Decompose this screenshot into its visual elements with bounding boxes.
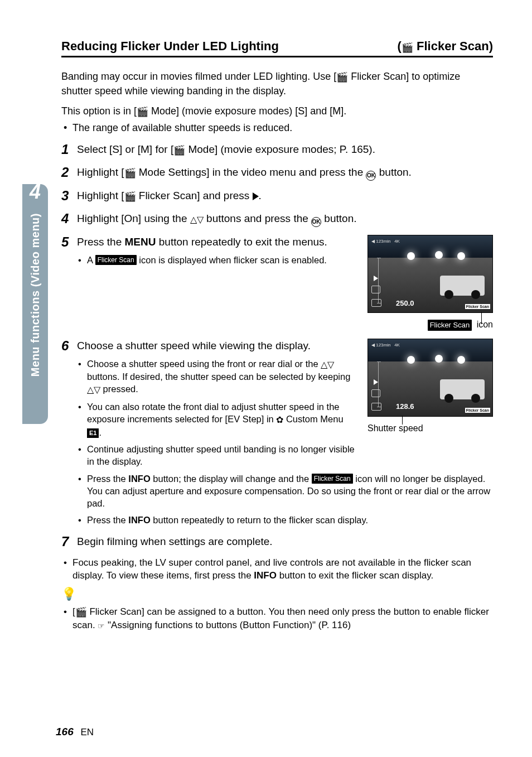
up-down-icon: △▽ <box>190 214 204 226</box>
text: Flicker Scan] and press <box>136 190 253 201</box>
text: button to exit the flicker scan display. <box>277 570 433 581</box>
screenshot-preview: ◀ 123min 4K 250.0 Flicker Scan <box>367 235 493 313</box>
step-body: Press the MENU button repeatedly to exit… <box>77 235 493 331</box>
text: buttons and press the <box>204 213 311 224</box>
text: Press the <box>87 515 128 525</box>
step6-sub5: Press the INFO button repeatedly to retu… <box>77 514 493 526</box>
step-3: 3 Highlight [🎬 Flicker Scan] and press . <box>61 189 493 204</box>
flicker-scan-label-icon: Flicker Scan <box>95 255 137 265</box>
step5-text: Press the MENU button repeatedly to exit… <box>77 235 356 266</box>
text: "Assigning functions to buttons (Button … <box>105 620 351 630</box>
heading-left: Reducing Flicker Under LED Lighting <box>61 39 279 54</box>
step-2: 2 Highlight [🎬 Mode Settings] in the vid… <box>61 165 493 181</box>
ok-icon: OK <box>366 171 376 181</box>
thumbnail-2: ◀ 123min 4K 128.6 Flicker Scan Shutter s… <box>367 339 493 435</box>
right-icon <box>253 192 259 200</box>
text: button. <box>376 166 411 178</box>
heading-paren-open: ( <box>398 39 402 53</box>
text: Highlight [ <box>77 190 124 201</box>
flicker-scan-badge: Flicker Scan <box>465 304 490 309</box>
movie-icon: 🎬 <box>402 42 413 54</box>
step-1: 1 Select [S] or [M] for [🎬 Mode] (movie … <box>61 142 493 157</box>
step-number: 4 <box>61 211 77 227</box>
text: Mode] (movie exposure modes; P. 165). <box>185 143 375 155</box>
text: Banding may occur in movies filmed under… <box>61 71 336 82</box>
step-number: 2 <box>61 165 77 181</box>
gear-icon: ✿ <box>276 414 283 426</box>
step-body: Select [S] or [M] for [🎬 Mode] (movie ex… <box>77 142 493 157</box>
note-bullet: Focus peaking, the LV super control pane… <box>61 557 493 582</box>
text: Highlight [On] using the <box>77 213 190 224</box>
up-down-icon: △▽ <box>87 384 100 396</box>
step6-sub1: Choose a shutter speed using the front o… <box>77 358 356 396</box>
menu-label: MENU <box>125 236 156 248</box>
step6-sub4: Press the INFO button; the display will … <box>77 472 493 510</box>
step-number: 1 <box>61 142 77 157</box>
text: Select [S] or [M] for [ <box>77 143 173 155</box>
text: button; the display will change and the <box>151 474 312 484</box>
tip-icon: 💡 <box>61 586 493 602</box>
text: A <box>87 255 95 265</box>
text: Highlight [ <box>77 166 124 178</box>
step5-sub1: A Flicker Scan icon is displayed when fl… <box>77 254 356 266</box>
step-4: 4 Highlight [On] using the △▽ buttons an… <box>61 211 493 227</box>
page-footer: 166 EN <box>56 726 94 738</box>
step-body: Highlight [🎬 Mode Settings] in the video… <box>77 165 493 181</box>
shutter-value: 128.6 <box>396 402 414 412</box>
text: Custom Menu <box>283 414 343 424</box>
side-tab-number: 4 <box>23 180 47 204</box>
info-label: INFO <box>128 515 150 525</box>
body: Banding may occur in movies filmed under… <box>61 70 493 632</box>
step-number: 5 <box>61 235 77 331</box>
step-number: 3 <box>61 189 77 204</box>
text: buttons. If desired, the shutter speed c… <box>87 372 350 382</box>
shutter-value: 250.0 <box>396 298 414 308</box>
text: Mode] (movie exposure modes) [S] and [M]… <box>148 105 346 117</box>
page: Menu functions (Video menu) 4 Reducing F… <box>0 0 532 757</box>
step-body: Begin filming when settings are complete… <box>77 534 493 549</box>
movie-icon: 🎬 <box>75 606 87 619</box>
up-down-icon: △▽ <box>321 359 334 371</box>
page-lang: EN <box>80 727 94 737</box>
step6-sub3: Continue adjusting shutter speed until b… <box>77 443 356 468</box>
text: This option is in [ <box>61 105 137 117</box>
section-heading: Reducing Flicker Under LED Lighting (🎬 F… <box>61 39 493 57</box>
step6-main: Choose a shutter speed while viewing the… <box>77 339 356 353</box>
step-body: Highlight [On] using the △▽ buttons and … <box>77 211 493 227</box>
text: Choose a shutter speed using the front o… <box>87 359 321 369</box>
step-body: Choose a shutter speed while viewing the… <box>77 339 493 527</box>
side-tab-label: Menu functions (Video menu) <box>29 213 42 377</box>
step-6: 6 Choose a shutter speed while viewing t… <box>61 339 493 527</box>
text: Press the <box>87 474 128 484</box>
flicker-scan-label-icon: Flicker Scan <box>428 320 472 331</box>
ok-icon: OK <box>311 217 321 227</box>
text: . <box>99 427 101 437</box>
tip-bullet: [🎬 Flicker Scan] can be assigned to a bu… <box>61 606 493 632</box>
step6-sub2: You can also rotate the front dial to ad… <box>77 401 356 438</box>
step-number: 6 <box>61 339 77 527</box>
flicker-scan-badge: Flicker Scan <box>465 408 490 413</box>
intro-bullet: The range of available shutter speeds is… <box>61 121 493 134</box>
e1-icon: E1 <box>87 428 99 438</box>
text: icon <box>474 320 493 329</box>
intro-p2: This option is in [🎬 Mode] (movie exposu… <box>61 104 493 119</box>
thumb1-caption: Flicker Scan icon <box>367 319 493 331</box>
movie-icon: 🎬 <box>124 167 136 180</box>
text: icon is displayed when flicker scan is e… <box>137 255 327 265</box>
info-label: INFO <box>128 474 150 484</box>
flicker-scan-label-icon: Flicker Scan <box>312 474 353 484</box>
text: . <box>259 190 262 201</box>
text: pressed. <box>100 384 138 394</box>
thumb2-caption: Shutter speed <box>367 422 493 435</box>
step5-main: Press the MENU button repeatedly to exit… <box>77 235 356 249</box>
page-number: 166 <box>56 726 74 737</box>
screenshot-preview: ◀ 123min 4K 128.6 Flicker Scan <box>367 339 493 417</box>
intro-p1: Banding may occur in movies filmed under… <box>61 70 493 98</box>
step6-text: Choose a shutter speed while viewing the… <box>77 339 356 468</box>
heading-right: (🎬 Flicker Scan) <box>398 39 493 54</box>
side-tab: Menu functions (Video menu) <box>22 184 48 424</box>
step-number: 7 <box>61 534 77 549</box>
movie-icon: 🎬 <box>137 106 148 119</box>
pointer-icon: ☞ <box>98 621 105 631</box>
text: button. <box>321 213 356 224</box>
